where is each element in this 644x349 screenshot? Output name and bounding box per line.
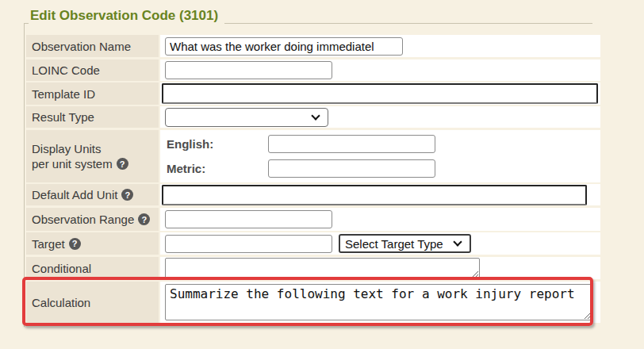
page-title: Edit Observation Code (3101): [29, 8, 224, 24]
row-target: Target ? Select Target Type: [26, 232, 600, 255]
observation-name-label-cell: Observation Name: [26, 35, 159, 57]
calculation-label: Calculation: [32, 296, 90, 309]
template-id-label-cell: Template ID: [26, 82, 159, 105]
target-value-cell: Select Target Type: [160, 232, 600, 255]
row-template-id: Template ID: [26, 82, 600, 105]
conditional-label-cell: Conditional: [26, 257, 159, 279]
row-display-units: Display Units per unit system ? English:…: [26, 130, 600, 182]
calculation-label-cell: Calculation: [26, 282, 159, 323]
metric-units-input[interactable]: [268, 159, 435, 178]
english-units-subrow: English:: [167, 135, 600, 153]
observation-range-input[interactable]: [165, 210, 332, 228]
default-add-unit-input[interactable]: [162, 185, 587, 205]
observation-range-help-icon[interactable]: ?: [138, 213, 150, 225]
chevron-down-icon: [453, 237, 462, 246]
target-label-cell: Target ?: [26, 232, 159, 255]
result-type-label: Result Type: [32, 110, 94, 124]
default-add-unit-value-cell: [160, 184, 600, 205]
row-loinc-code: LOINC Code: [26, 59, 600, 81]
row-observation-name: Observation Name: [26, 35, 600, 57]
display-units-label-cell: Display Units per unit system ?: [26, 130, 159, 182]
row-default-add-unit: Default Add Unit ?: [26, 184, 600, 205]
default-add-unit-help-icon[interactable]: ?: [121, 189, 133, 201]
row-result-type: Result Type: [26, 106, 600, 128]
result-type-value-cell: [160, 106, 600, 128]
default-add-unit-label: Default Add Unit: [32, 188, 117, 201]
loinc-code-value-cell: [160, 59, 600, 81]
conditional-textarea[interactable]: [165, 258, 480, 278]
conditional-value-cell: [160, 257, 600, 279]
target-label: Target: [32, 237, 65, 251]
calculation-value-cell: Summarize the following text for a work …: [160, 282, 600, 323]
edit-observation-code-page: Edit Observation Code (3101) Observation…: [0, 0, 644, 349]
observation-name-label: Observation Name: [32, 40, 131, 53]
observation-name-input[interactable]: [165, 37, 403, 56]
template-id-input[interactable]: [162, 83, 598, 104]
calculation-textarea[interactable]: Summarize the following text for a work …: [165, 284, 592, 320]
result-type-select[interactable]: [165, 108, 328, 127]
target-input[interactable]: [165, 235, 332, 253]
loinc-code-label: LOINC Code: [32, 63, 100, 77]
metric-units-subrow: Metric:: [167, 159, 600, 178]
display-units-help-icon[interactable]: ?: [117, 158, 128, 170]
metric-label: Metric:: [167, 162, 268, 175]
chevron-down-icon: [311, 111, 320, 120]
row-observation-range: Observation Range ?: [26, 208, 600, 231]
observation-range-label-cell: Observation Range ?: [26, 208, 159, 231]
target-type-selected-value: Select Target Type: [345, 237, 443, 251]
display-units-value-cell: English: Metric:: [160, 130, 600, 182]
row-conditional: Conditional: [26, 257, 600, 279]
target-help-icon[interactable]: ?: [69, 238, 81, 250]
row-calculation: Calculation Summarize the following text…: [26, 282, 600, 323]
display-units-label-line2: per unit system: [32, 157, 113, 171]
result-type-label-cell: Result Type: [26, 106, 159, 128]
template-id-value-cell: [160, 82, 600, 105]
loinc-code-input[interactable]: [165, 61, 332, 79]
display-units-label-line2-wrap: per unit system ?: [32, 157, 128, 171]
conditional-label: Conditional: [32, 262, 91, 275]
observation-name-value-cell: [160, 35, 600, 57]
fieldset-left-border: [24, 23, 25, 327]
default-add-unit-label-cell: Default Add Unit ?: [26, 184, 159, 205]
observation-range-label: Observation Range: [32, 213, 134, 226]
english-label: English:: [167, 137, 268, 151]
template-id-label: Template ID: [32, 87, 95, 101]
loinc-code-label-cell: LOINC Code: [26, 59, 159, 81]
target-type-select[interactable]: Select Target Type: [339, 234, 471, 253]
display-units-label-line1: Display Units: [32, 142, 102, 155]
observation-range-value-cell: [160, 208, 600, 231]
english-units-input[interactable]: [268, 135, 435, 153]
